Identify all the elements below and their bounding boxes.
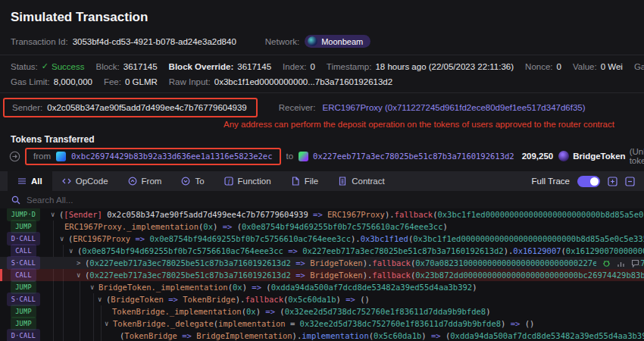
trace-row[interactable]: CALL∨(0x227eeb717a3ec78025be51c87b3a7160… (0, 269, 644, 281)
trace-row[interactable]: JUMP∨TokenBridge._delegate(implementatio… (0, 318, 644, 330)
chevron-down-icon[interactable]: ∨ (69, 245, 73, 257)
summary-value: 0 GLMR (125, 77, 158, 86)
chevron-down-icon[interactable]: ∨ (51, 208, 55, 221)
trace-line: ∨(ERC1967Proxy => 0x0e8754bf94d69255bf0b… (47, 233, 644, 245)
trace-token: ). (504, 246, 514, 255)
search-placeholder: Search All... (27, 196, 73, 205)
trace-row[interactable]: JUMPERC1967Proxy._implementation(0x) => … (0, 221, 644, 233)
trace-token: => (223, 222, 233, 231)
trace-token: () (520, 319, 534, 328)
trace-token: ERC1967Proxy (73, 234, 130, 243)
trace-panel: AllOpCodeFromTofFunctionFileContract Ful… (0, 171, 644, 341)
trace-token: 0xdda94da500af7dcd8de53482a39ed55d4aa3b3… (450, 331, 644, 340)
trace-token: ). (363, 271, 373, 280)
trace-token: BridgeToken (310, 258, 363, 267)
network-name: Moonbeam (321, 37, 363, 46)
simulator-page: Simulated Transaction Transaction Id: 30… (0, 0, 644, 341)
tab-contract[interactable]: Contract (328, 171, 394, 191)
search-icon (11, 196, 20, 205)
summary-label: Block Override: (169, 62, 234, 71)
expand-all-icon[interactable] (608, 177, 617, 186)
sender-highlight-box: Sender: 0x2c058b347ae90f5add7d499ee4c7b7… (3, 98, 258, 117)
tab-to[interactable]: To (171, 171, 214, 191)
contract-icon (338, 177, 347, 186)
opcode-badge-column: JUMP (0, 221, 47, 233)
chevron-down-icon[interactable]: ∨ (77, 269, 80, 281)
from-address-link[interactable]: 0xbc26974429b83b92a33d636ee1a1316e5823e2… (71, 152, 273, 161)
collapse-all-icon[interactable] (625, 177, 635, 186)
trace-token: => (291, 271, 310, 280)
gas-profiler-icon[interactable] (617, 259, 625, 267)
trace-token: ) (336, 295, 346, 304)
trace-token: ) (486, 307, 490, 316)
chevron-down-icon[interactable]: ∨ (98, 293, 102, 305)
tab-opcode[interactable]: OpCode (52, 171, 118, 191)
tab-from[interactable]: From (118, 171, 172, 191)
gas-summary-row: Gas Limit:8,000,000Fee:0 GLMRRaw Input:0… (0, 71, 644, 86)
trace-token: implementation (302, 331, 369, 340)
chevron-down-icon[interactable]: ∨ (90, 281, 94, 293)
trace-search-bar[interactable]: Search All... (0, 191, 644, 208)
trace-line: ∨TokenBridge._delegate(implementation = … (47, 318, 644, 330)
summary-item: Gas Used:331,062 (634, 62, 644, 71)
trace-token: ( (261, 283, 271, 292)
trace-token: fallback (372, 258, 411, 267)
trace-row[interactable]: JUMP·D∨([Sender] 0x2c058b347ae90f5add7d4… (0, 208, 644, 221)
trace-token: TokenBridge (124, 331, 177, 340)
summary-item: Timestamp:18 hours ago (22/05/2023 22:11… (327, 62, 514, 71)
debug-icon[interactable] (602, 259, 611, 267)
trace-row[interactable]: S·CALL∨(BridgeToken => TokenBridge).fall… (0, 293, 644, 305)
svg-text:f: f (227, 178, 230, 185)
list-icon (17, 177, 27, 186)
summary-value: 0 (310, 62, 314, 71)
network-badge[interactable]: Moonbeam (305, 35, 370, 48)
receiver-link[interactable]: ERC1967Proxy (0x711227245d961fd2ece80d9e… (323, 103, 586, 112)
trace-line: ∨(BridgeToken => TokenBridge).fallback(0… (47, 293, 644, 305)
opcode-badge: D·CALL (7, 329, 41, 341)
trace-token: fallback (395, 210, 433, 219)
trace-row[interactable]: CALL∨(0x0e8754bf94d69255bf0b7c5756610ac7… (0, 245, 644, 257)
trace-line: ∨(0x0e8754bf94d69255bf0b7c5756610ac764ee… (47, 245, 644, 257)
opcode-badge-column: CALL (0, 245, 47, 257)
full-trace-toggle[interactable] (577, 176, 600, 187)
token-note: (Unknown token) (630, 147, 644, 165)
tab-label: Contract (352, 177, 384, 186)
summary-item: Raw Input:0x3bc1f1ed0000000000...7b3a716… (169, 77, 392, 86)
summary-value: 8,000,000 (54, 77, 92, 86)
transaction-summary-row: Status:✓SuccessBlock:3617145Block Overri… (0, 55, 644, 71)
tab-file[interactable]: File (281, 171, 329, 191)
chevron-right-icon[interactable]: > (77, 257, 80, 269)
to-address-link[interactable]: 0x227eeb717a3ec78025be51c87b3a7160192613… (313, 152, 514, 161)
to-address-avatar (299, 152, 308, 161)
trace-row[interactable]: S·CALL>(0x227eeb717a3ec78025be51c87b3a71… (0, 257, 644, 269)
from-highlight-box: from 0xbc26974429b83b92a33d636ee1a1316e5… (25, 148, 281, 165)
trace-row[interactable]: D·CALL(TokenBridge => BridgeImplementati… (0, 330, 644, 341)
trace-token: => (283, 246, 302, 255)
summary-value: 0 (557, 62, 561, 71)
trace-token: 0x (203, 222, 213, 231)
opcode-badge-column: CALL (0, 269, 47, 281)
tab-all[interactable]: All (8, 171, 52, 191)
tab-function[interactable]: fFunction (214, 171, 281, 191)
trace-token: BridgeImplementation (196, 331, 292, 340)
trace-token: implementation (218, 319, 286, 328)
trace-token: 0x32ee2d5d738dc752760e1f83611d7dda9b9bfd… (300, 319, 502, 328)
trace-row[interactable]: JUMPTokenBridge._implementation(0x) => (… (0, 305, 644, 318)
summary-label: Block: (96, 62, 120, 71)
sender-label: Sender: (12, 103, 42, 112)
chevron-down-icon[interactable]: ∨ (60, 233, 64, 245)
trace-line: ERC1967Proxy._implementation(0x) => (0x0… (47, 221, 644, 233)
comment-icon[interactable] (631, 259, 639, 267)
chevron-down-icon[interactable]: ∨ (105, 318, 108, 330)
trace-rows: JUMP·D∨([Sender] 0x2c058b347ae90f5add7d4… (0, 208, 644, 341)
trace-token: 0xdda94da500af7dcd8de53482a39ed55d4aa3b3… (271, 283, 473, 292)
trace-token: fallback (245, 295, 283, 304)
trace-line: ∨BridgeToken._implementation(0x) => (0xd… (47, 281, 644, 293)
trace-row[interactable]: D·CALL∨(ERC1967Proxy => 0x0e8754bf94d692… (0, 233, 644, 245)
summary-label: Nonce: (525, 62, 552, 71)
tab-label: All (31, 177, 42, 186)
moonbeam-icon (308, 36, 317, 46)
trace-token: 0x3bc1f1ed000000000000000000000000b8d85a… (413, 234, 644, 243)
trace-row[interactable]: JUMP∨BridgeToken._implementation(0x) => … (0, 281, 644, 293)
trace-token: ). (385, 210, 395, 219)
